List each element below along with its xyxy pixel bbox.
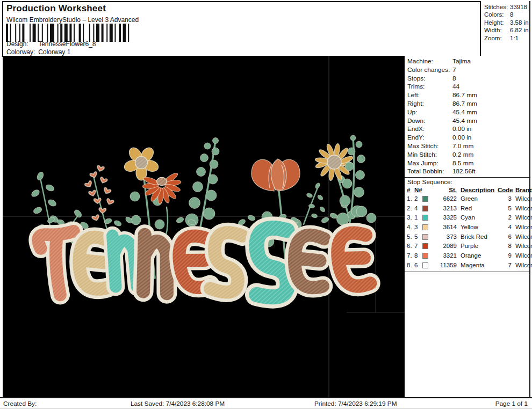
col-code: Code — [498, 186, 512, 195]
stop-description: Orange — [457, 252, 498, 261]
stop-sequence-row: 3. 1 3325 Cyan 2 Wilcom — [405, 214, 529, 223]
stop-description: Green — [457, 195, 498, 204]
machine-info-label: Down: — [407, 117, 452, 126]
stat-label: Height: — [484, 19, 510, 26]
stat-value: 1:1 — [510, 34, 529, 42]
thread-color-swatch — [422, 215, 428, 221]
stop-code: 6 — [498, 233, 512, 243]
small-sprig — [304, 182, 326, 224]
stat-row: Height: 3.58 in — [484, 19, 529, 26]
stop-needle: 7 — [414, 242, 422, 252]
stat-row: Colors: 8 — [484, 11, 529, 18]
stop-code: 7 — [498, 261, 512, 271]
letter-e3 — [293, 235, 325, 288]
machine-info-value: 0.2 mm — [452, 151, 529, 159]
machine-info-row: Left: 86.7 mm — [405, 91, 529, 100]
stop-description: Yellow — [457, 223, 498, 233]
machine-info-value: 0.00 in — [452, 134, 529, 142]
machine-info-value: 7 — [452, 66, 529, 75]
letter-e4 — [336, 232, 370, 287]
machine-info-value: 86.7 mm — [452, 91, 529, 100]
stop-sequence-row: 7. 8 3321 Orange 9 Wilcom — [405, 252, 529, 261]
stop-brand: Wilcom — [512, 195, 531, 204]
stop-needle: 6 — [414, 261, 422, 271]
machine-info-row: EndX: 0.00 in — [405, 125, 529, 134]
machine-info-value: 45.4 mm — [452, 117, 529, 126]
thread-color-swatch — [422, 206, 428, 211]
machine-info-label: Max Jump: — [407, 159, 452, 168]
col-needle: N# — [414, 186, 422, 195]
machine-info-label: Total Bobbin: — [407, 167, 452, 176]
stop-num: 8. — [407, 261, 414, 271]
stop-num: 2. — [407, 204, 414, 214]
letter-s2 — [254, 228, 289, 297]
stop-sequence-row: 2. 4 3213 Red 5 Wilcom — [405, 204, 529, 214]
machine-info-label: Stops: — [407, 75, 452, 83]
stat-value: 33918 — [510, 3, 529, 11]
stop-needle: 1 — [414, 214, 422, 223]
machine-info-value: Tajima — [452, 57, 529, 66]
stop-description: Cyan — [457, 214, 498, 223]
machine-info-label: Trims: — [407, 83, 452, 91]
page-indicator: Page 1 of 1 — [495, 400, 528, 407]
stop-num: 4. — [407, 223, 414, 233]
machine-info-row: Down: 45.4 mm — [405, 117, 529, 126]
stat-label: Width: — [484, 26, 510, 34]
stop-stitch-count: 3325 — [434, 214, 457, 223]
stop-needle: 3 — [414, 223, 422, 233]
stat-label: Colors: — [484, 11, 510, 18]
stop-sequence-row: 6. 7 2089 Purple 8 Wilcom — [405, 242, 529, 252]
stop-description: Red — [457, 204, 498, 214]
colorway-row: Colorway: Colorway 1 — [6, 48, 70, 56]
page-title: Production Worksheet — [6, 3, 106, 14]
thread-color-swatch — [422, 243, 428, 249]
tennessee-lettering — [38, 228, 370, 297]
embroidery-design-preview — [3, 56, 405, 397]
machine-info-row: Stops: 8 — [405, 75, 529, 83]
machine-info-value: 45.4 mm — [452, 108, 529, 117]
last-saved-timestamp: Last Saved: 7/4/2023 6:28:08 PM — [131, 400, 225, 407]
stop-description: Purple — [457, 242, 498, 252]
machine-info-row: Min Stitch: 0.2 mm — [405, 151, 529, 159]
stop-brand: Wilcom — [512, 252, 531, 261]
stop-brand: Wilcom — [512, 204, 531, 214]
colorway-value: Colorway 1 — [38, 48, 70, 56]
stat-value: 8 — [510, 11, 529, 18]
stat-label: Stitches: — [484, 3, 510, 11]
stop-stitch-count: 2089 — [434, 242, 457, 252]
stop-stitch-count: 11359 — [434, 261, 457, 271]
stop-brand: Wilcom — [512, 233, 531, 243]
stop-sequence-row: 5. 5 373 Brick Red 6 Wilcom — [405, 233, 529, 243]
stop-code: 9 — [498, 252, 512, 261]
machine-info-value: 182.56ft — [452, 167, 529, 176]
stop-stitch-count: 373 — [434, 233, 457, 243]
production-worksheet-page: { "header": { "title": "Production Works… — [0, 0, 532, 409]
design-canvas — [3, 56, 405, 397]
design-value: TennesseFlower6_8 — [38, 40, 96, 48]
stat-value: 3.58 in — [510, 19, 529, 26]
app-subtitle: Wilcom EmbroideryStudio – Level 3 Advanc… — [6, 16, 139, 24]
stop-num: 3. — [407, 214, 414, 223]
machine-info-value: 86.7 mm — [452, 100, 529, 108]
machine-info-row: Up: 45.4 mm — [405, 108, 529, 117]
col-num: # — [407, 186, 414, 195]
col-stitches: St. — [434, 186, 457, 195]
stop-brand: Wilcom — [512, 223, 531, 233]
stat-row: Stitches: 33918 — [484, 3, 529, 11]
thread-color-swatch — [422, 224, 428, 230]
stop-brand: Wilcom — [512, 242, 531, 252]
machine-info-label: Up: — [407, 108, 452, 117]
machine-info-row: Machine: Tajima — [405, 57, 529, 66]
machine-info-label: Machine: — [407, 57, 452, 66]
stop-sequence-row: 8. 6 11359 Magenta 7 Wilcom — [405, 261, 529, 271]
stop-sequence-header-row: # N# St. Description Code Brand — [405, 186, 529, 195]
machine-info-label: Min Stitch: — [407, 151, 452, 159]
stop-needle: 2 — [414, 195, 422, 204]
stop-code: 5 — [498, 204, 512, 214]
design-stats-box: Stitches: 33918 Colors: 8 Height: 3.58 i… — [480, 1, 529, 57]
letter-s1 — [210, 231, 243, 293]
machine-info-row: Max Stitch: 7.0 mm — [405, 142, 529, 151]
stop-description: Brick Red — [457, 233, 498, 243]
stop-stitch-count: 3321 — [434, 252, 457, 261]
thread-color-swatch — [422, 253, 428, 259]
